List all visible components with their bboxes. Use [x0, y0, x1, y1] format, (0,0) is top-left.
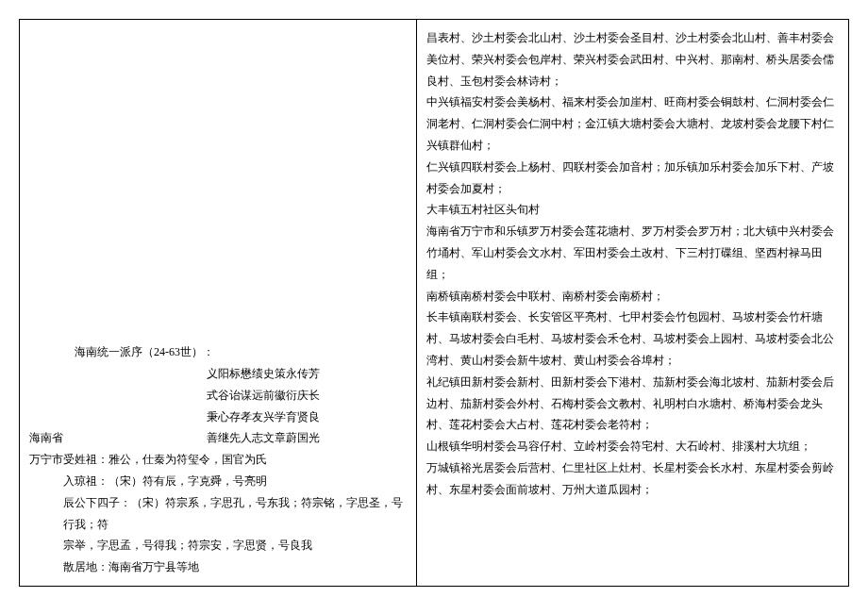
paixu-line-4: 善继先人志文章蔚国光 — [75, 427, 407, 449]
village-block-5: 海南省万宁市和乐镇罗万村委会莲花塘村、罗万村委会罗万村；北大镇中兴村委会竹埇村、… — [426, 221, 839, 285]
village-block-3: 仁兴镇四联村委会上杨村、四联村委会加音村；加乐镇加乐村委会加乐下村、产坡村委会加… — [426, 157, 839, 200]
shouxing-ancestor: 万宁市受姓祖：雅公，仕秦为符玺令，国官为氏 — [29, 449, 407, 471]
province-label: 海南省 — [29, 427, 75, 449]
right-column: 昌表村、沙土村委会北山村、沙土村委会圣目村、沙土村委会北山村、善丰村委会美位村、… — [417, 20, 848, 586]
village-block-10: 万城镇裕光居委会后营村、仁里社区上灶村、长星村委会长水村、东星村委会剪岭村、东星… — [426, 457, 839, 501]
left-content: 海南统一派序（24-63世）： 义阳标懋绩史策永传芳 式谷诒谋远前徽衍庆长 秉心… — [29, 341, 407, 578]
paixu-line-2: 式谷诒谋远前徽衍庆长 — [29, 385, 407, 407]
scattered-residence: 散居地：海南省万宁县等地 — [29, 556, 407, 578]
ruqiong-ancestor: 入琼祖：（宋）符有辰，字克舜，号亮明 — [29, 471, 407, 492]
village-block-8: 礼纪镇田新村委会新村、田新村委会下港村、茄新村委会海北坡村、茄新村委会后边村、茄… — [426, 372, 839, 436]
left-column: 海南统一派序（24-63世）： 义阳标懋绩史策永传芳 式谷诒谋远前徽衍庆长 秉心… — [20, 20, 417, 586]
village-block-1: 昌表村、沙土村委会北山村、沙土村委会圣目村、沙土村委会北山村、善丰村委会美位村、… — [426, 27, 839, 91]
village-block-7: 长丰镇南联村委会、长安管区平亮村、七甲村委会竹包园村、马坡村委会竹杆塘村、马坡村… — [426, 307, 839, 371]
village-block-6: 南桥镇南桥村委会中联村、南桥村委会南桥村； — [426, 286, 839, 307]
document-page: 海南统一派序（24-63世）： 义阳标懋绩史策永传芳 式谷诒谋远前徽衍庆长 秉心… — [19, 19, 849, 587]
village-block-2: 中兴镇福安村委会美杨村、福来村委会加崖村、旺商村委会铜鼓村、仁洞村委会仁洞老村、… — [426, 91, 839, 156]
four-sons-line2: 宗举，字思孟，号得我；符宗安，字思贤，号良我 — [29, 535, 407, 556]
paixu-line-1: 义阳标懋绩史策永传芳 — [29, 363, 407, 385]
village-block-9: 山根镇华明村委会马容仔村、立岭村委会符宅村、大石岭村、排溪村大坑组； — [426, 436, 839, 457]
four-sons-line1: 辰公下四子：（宋）符宗系，字思孔，号东我；符宗铭，字思圣，号行我；符 — [29, 492, 407, 536]
paixu-line-3: 秉心存孝友兴学育贤良 — [29, 407, 407, 428]
paixu-header: 海南统一派序（24-63世）： — [29, 341, 407, 363]
village-block-4: 大丰镇五村社区头旬村 — [426, 199, 839, 221]
